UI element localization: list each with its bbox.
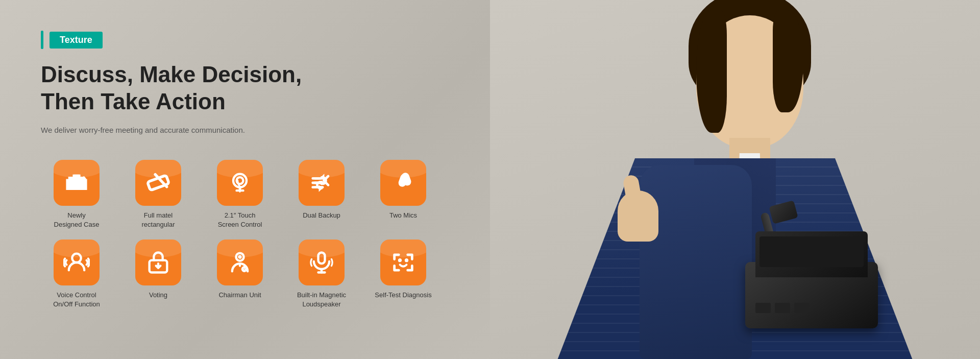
texture-label: Texture <box>50 32 103 49</box>
svg-point-11 <box>236 253 243 261</box>
voting-label: Voting <box>149 291 167 300</box>
content-area: Texture Discuss, Make Decision, Then Tak… <box>0 0 490 359</box>
headline-line2: Then Take Action <box>41 88 449 115</box>
feature-voting: Voting <box>122 240 194 309</box>
svg-point-12 <box>238 256 241 258</box>
speaker-icon-box <box>299 240 345 285</box>
touch-icon <box>227 170 253 196</box>
feature-voice-control: Voice ControlOn/Off Function <box>41 240 112 309</box>
chairman-unit-label: Chairman Unit <box>218 291 261 300</box>
full-matel-icon-box <box>135 160 181 206</box>
case-icon <box>63 170 90 196</box>
two-mics-label: Two Mics <box>389 211 417 220</box>
svg-point-18 <box>405 259 408 261</box>
headline-line1: Discuss, Make Decision, <box>41 61 449 88</box>
voice-control-label: Voice ControlOn/Off Function <box>53 291 100 309</box>
icon-grid: NewlyDesigned Case Full matelrectangular <box>41 160 459 309</box>
backup-icon <box>308 170 335 196</box>
mics-icon <box>390 170 416 196</box>
feature-two-mics: Two Mics <box>368 160 439 229</box>
voice-control-icon-box <box>54 240 100 285</box>
texture-badge: Texture <box>41 31 449 49</box>
voting-icon <box>145 249 172 276</box>
touch-screen-icon-box <box>217 160 263 206</box>
voice-icon <box>63 249 90 276</box>
chairman-icon <box>227 249 253 276</box>
subtext: We deliver worry-free meeting and accura… <box>41 126 449 134</box>
svg-rect-0 <box>68 180 75 188</box>
self-test-icon-box <box>380 240 426 285</box>
full-matel-label: Full matelrectangular <box>141 211 175 229</box>
speaker-label: Built-in MagneticLoudspeaker <box>297 291 346 309</box>
page-wrapper: Texture Discuss, Make Decision, Then Tak… <box>0 0 980 359</box>
feature-touch-screen: 2.1″ TouchScreen Control <box>204 160 276 229</box>
svg-rect-14 <box>318 252 325 264</box>
newly-designed-case-icon-box <box>54 160 100 206</box>
feature-newly-designed-case: NewlyDesigned Case <box>41 160 112 229</box>
selftest-icon <box>390 249 416 276</box>
self-test-label: Self-Test Diagnosis <box>375 291 431 300</box>
rectangle-icon <box>145 170 172 196</box>
svg-point-17 <box>399 259 401 261</box>
feature-full-matel: Full matelrectangular <box>122 160 194 229</box>
two-mics-icon-box <box>380 160 426 206</box>
speaker-icon <box>308 249 335 276</box>
voting-icon-box <box>135 240 181 285</box>
texture-bar <box>41 31 43 49</box>
person-area <box>490 0 980 359</box>
feature-chairman-unit: Chairman Unit <box>204 240 276 309</box>
feature-dual-backup: Dual Backup <box>286 160 357 229</box>
headline: Discuss, Make Decision, Then Take Action <box>41 61 449 115</box>
touch-screen-label: 2.1″ TouchScreen Control <box>218 211 262 229</box>
dual-backup-icon-box <box>299 160 345 206</box>
newly-designed-case-label: NewlyDesigned Case <box>54 211 100 229</box>
svg-rect-1 <box>148 175 169 190</box>
chairman-unit-icon-box <box>217 240 263 285</box>
dual-backup-label: Dual Backup <box>303 211 340 220</box>
svg-point-9 <box>72 254 81 262</box>
feature-speaker: Built-in MagneticLoudspeaker <box>286 240 357 309</box>
feature-self-test: Self-Test Diagnosis <box>368 240 439 309</box>
